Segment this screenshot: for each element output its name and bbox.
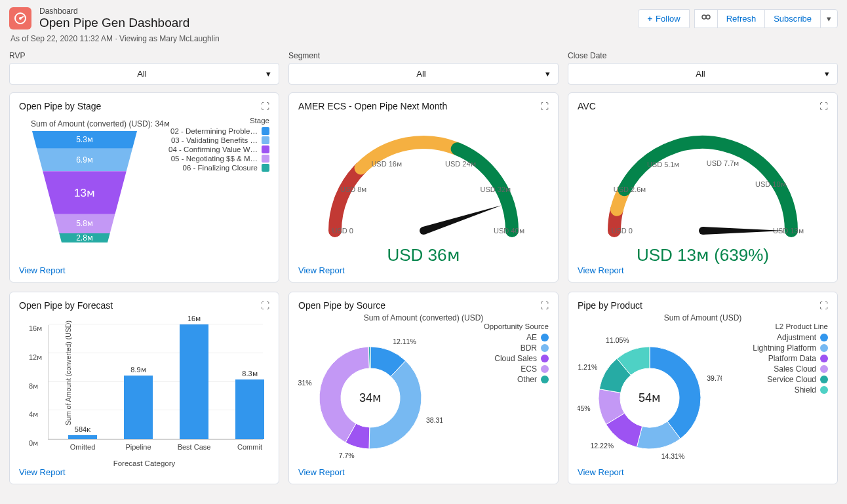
- legend-item: Cloud Sales: [484, 354, 549, 363]
- legend-item: 06 - Finalizing Closure: [168, 164, 269, 172]
- x-axis-label: Forecast Category: [19, 459, 269, 467]
- legend-item: Shield: [753, 385, 828, 395]
- legend-item: Lightning Platform: [753, 343, 828, 353]
- legend-item: BDR: [484, 343, 549, 353]
- svg-text:7.7%: 7.7%: [339, 452, 355, 459]
- gauge-value: USD 13ᴍ (639%): [637, 245, 769, 265]
- expand-icon[interactable]: ⛶: [261, 301, 269, 311]
- view-report-link[interactable]: View Report: [578, 265, 828, 275]
- bar: [124, 376, 153, 439]
- legend-item: Adjustment: [753, 333, 828, 342]
- funnel-segment: 6.9ᴍ: [37, 149, 132, 172]
- chevron-down-icon: ▾: [545, 69, 550, 79]
- legend-title: Stage: [168, 117, 269, 125]
- card-amer-ecs-gauge: AMER ECS - Open Pipe Next Month ⛶ USD 0U…: [288, 92, 559, 282]
- filter-rvp-label: RVP: [9, 51, 279, 60]
- donut-subtitle: Sum of Amount (USD): [578, 313, 828, 322]
- svg-text:12.22%: 12.22%: [590, 442, 614, 450]
- header-actions: + Follow Refresh Subscribe ▾: [638, 9, 838, 28]
- donut-subtitle: Sum of Amount (converted) (USD): [298, 313, 549, 322]
- view-report-link[interactable]: View Report: [298, 265, 549, 275]
- view-report-link[interactable]: View Report: [578, 467, 828, 477]
- chevron-down-icon: ▾: [827, 14, 831, 24]
- card-title: AMER ECS - Open Pipe Next Month: [298, 101, 447, 111]
- svg-text:USD 0: USD 0: [612, 227, 633, 235]
- breadcrumb: Dashboard: [39, 7, 638, 16]
- view-report-link[interactable]: View Report: [19, 265, 269, 275]
- filter-rvp-select[interactable]: All ▾: [9, 63, 279, 85]
- funnel-segment: 2.8ᴍ: [59, 233, 109, 242]
- card-title: Open Pipe by Source: [298, 300, 385, 311]
- card-open-pipe-by-forecast: Open Pipe by Forecast ⛶ Sum of Amount (c…: [9, 292, 279, 484]
- subscribe-button[interactable]: Subscribe: [764, 9, 821, 28]
- filter-segment-select[interactable]: All ▾: [288, 63, 559, 85]
- more-actions-button[interactable]: ▾: [820, 9, 838, 28]
- view-report-link[interactable]: View Report: [298, 467, 549, 477]
- chevron-down-icon: ▾: [825, 69, 829, 79]
- legend-item: ECS: [484, 364, 549, 374]
- svg-text:38.31%: 38.31%: [426, 416, 443, 424]
- funnel-segment: 13ᴍ: [43, 171, 127, 214]
- filter-closedate-select[interactable]: All ▾: [568, 63, 838, 85]
- expand-icon[interactable]: ⛶: [819, 102, 828, 111]
- svg-text:USD 5.1ᴍ: USD 5.1ᴍ: [647, 161, 680, 168]
- expand-icon[interactable]: ⛶: [261, 102, 269, 111]
- svg-text:USD 40ᴍ: USD 40ᴍ: [494, 227, 524, 235]
- gauge-value: USD 36ᴍ: [387, 245, 460, 265]
- legend-title: L2 Product Line: [753, 322, 828, 330]
- legend-item: 04 - Confirming Value W…: [168, 145, 269, 153]
- svg-marker-10: [422, 205, 502, 234]
- svg-text:12.11%: 12.11%: [393, 338, 416, 345]
- follow-button[interactable]: + Follow: [638, 9, 689, 28]
- filter-closedate-label: Close Date: [568, 51, 838, 60]
- legend-title: Opportunity Source: [484, 322, 549, 330]
- legend-item: Service Cloud: [753, 375, 828, 384]
- svg-point-2: [702, 15, 706, 19]
- expand-icon[interactable]: ⛶: [540, 102, 549, 111]
- svg-text:11.45%: 11.45%: [578, 404, 591, 412]
- svg-point-11: [420, 227, 427, 235]
- card-title: Open Pipe by Forecast: [19, 300, 113, 311]
- expand-icon[interactable]: ⛶: [540, 301, 549, 311]
- legend-item: Other: [484, 375, 549, 384]
- funnel-segment: 5.3ᴍ: [32, 131, 137, 149]
- card-title: Open Pipe by Stage: [19, 101, 101, 111]
- filter-segment-label: Segment: [288, 51, 559, 60]
- legend-item: AE: [484, 333, 549, 342]
- legend-item: 02 - Determining Proble…: [168, 127, 269, 135]
- bar: [235, 379, 264, 439]
- card-open-pipe-by-stage: Open Pipe by Stage ⛶ Sum of Amount (conv…: [9, 92, 279, 282]
- donut-slice: [369, 361, 422, 449]
- refresh-button[interactable]: Refresh: [717, 9, 766, 28]
- svg-text:11.21%: 11.21%: [578, 363, 597, 371]
- svg-point-1: [19, 17, 22, 20]
- svg-point-3: [706, 15, 710, 19]
- legend-item: Platform Data: [753, 354, 828, 363]
- legend-item: 03 - Validating Benefits …: [168, 136, 269, 144]
- svg-text:54ᴍ: 54ᴍ: [639, 391, 661, 404]
- svg-text:41.31%: 41.31%: [298, 379, 312, 387]
- svg-text:14.31%: 14.31%: [661, 452, 685, 460]
- gauge-chart: USD 0USD 2.6ᴍUSD 5.1ᴍUSD 7.7ᴍUSD 10ᴍUSD …: [585, 119, 821, 250]
- gauge-chart: USD 0USD 8ᴍUSD 16ᴍUSD 24ᴍUSD 32ᴍUSD 40ᴍ: [305, 119, 542, 250]
- expand-icon[interactable]: ⛶: [819, 301, 828, 311]
- card-pipe-by-product: Pipe by Product ⛶ Sum of Amount (USD) 39…: [568, 292, 838, 484]
- meta-line: As of Sep 22, 2020 11:32 AM · Viewing as…: [10, 34, 838, 43]
- collaborate-button[interactable]: [694, 9, 718, 28]
- view-report-link[interactable]: View Report: [19, 467, 269, 477]
- bar: [180, 324, 208, 439]
- svg-text:USD 8ᴍ: USD 8ᴍ: [340, 185, 366, 193]
- page-title: Open Pipe Gen Dashboard: [39, 16, 638, 30]
- card-title: Pipe by Product: [578, 300, 642, 311]
- svg-text:USD 32ᴍ: USD 32ᴍ: [481, 185, 511, 193]
- svg-text:USD 24ᴍ: USD 24ᴍ: [445, 160, 476, 168]
- dashboard-icon: [9, 7, 31, 29]
- funnel-segment: 5.8ᴍ: [54, 214, 115, 233]
- svg-text:USD 2.6ᴍ: USD 2.6ᴍ: [614, 185, 646, 193]
- svg-text:11.05%: 11.05%: [606, 336, 629, 344]
- bar: [68, 435, 97, 439]
- svg-text:USD 16ᴍ: USD 16ᴍ: [371, 160, 402, 168]
- svg-text:USD 7.7ᴍ: USD 7.7ᴍ: [707, 159, 739, 167]
- svg-point-19: [699, 227, 707, 235]
- svg-text:34ᴍ: 34ᴍ: [359, 391, 382, 404]
